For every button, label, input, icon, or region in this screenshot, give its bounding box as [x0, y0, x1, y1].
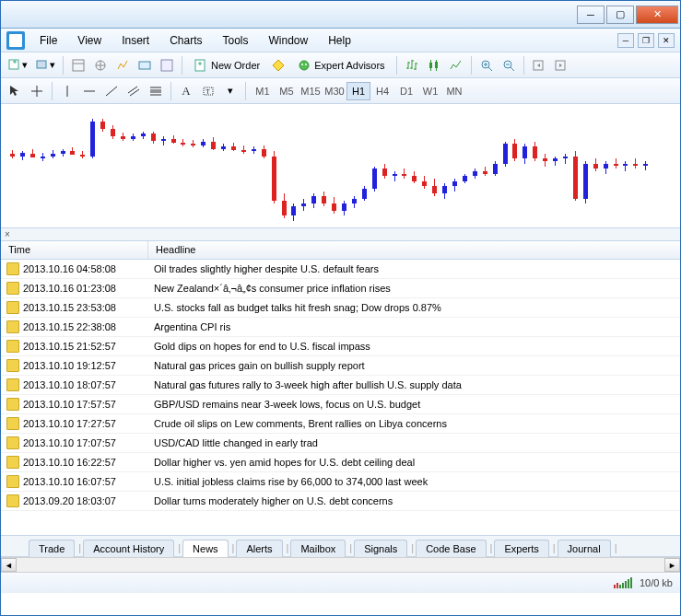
new-order-button[interactable]: New Order: [187, 55, 266, 76]
text-label-button[interactable]: T: [198, 81, 218, 101]
column-time[interactable]: Time: [1, 241, 148, 259]
statusbar: 10/0 kb: [1, 573, 680, 593]
crosshair-button[interactable]: [27, 81, 47, 101]
news-row[interactable]: 2013.10.16 04:58:08Oil trades slightly h…: [1, 260, 680, 279]
news-icon: [6, 417, 19, 430]
tab-signals[interactable]: Signals: [354, 540, 407, 557]
menu-window[interactable]: Window: [260, 32, 318, 49]
news-row[interactable]: 2013.10.15 21:52:57Gold dips on hopes fo…: [1, 337, 680, 356]
scroll-left-button[interactable]: ◄: [1, 558, 17, 572]
profiles-button[interactable]: ▾: [32, 55, 58, 76]
news-row[interactable]: 2013.10.15 23:53:08U.S. stocks fall as b…: [1, 298, 680, 318]
svg-line-29: [106, 87, 117, 96]
news-time: 2013.09.20 18:03:07: [23, 495, 148, 506]
timeframe-m5[interactable]: M5: [275, 82, 299, 100]
expert-advisors-button[interactable]: Expert Advisors: [290, 55, 391, 76]
scroll-track[interactable]: [17, 558, 664, 572]
news-row[interactable]: 2013.10.10 16:22:57Dollar higher vs. yen…: [1, 453, 680, 472]
mdi-minimize-button[interactable]: ─: [617, 33, 634, 48]
news-row[interactable]: 2013.10.10 17:27:57Crude oil slips on Le…: [1, 414, 680, 434]
menu-charts[interactable]: Charts: [160, 32, 211, 49]
timeframe-m15[interactable]: M15: [299, 82, 323, 100]
chart-area[interactable]: [1, 104, 680, 228]
navigator-button[interactable]: [90, 55, 111, 76]
bandwidth-label: 10/0 kb: [640, 577, 673, 588]
text-button[interactable]: A: [176, 81, 196, 101]
data-window-button[interactable]: [112, 55, 133, 76]
scroll-right-button[interactable]: ►: [664, 558, 680, 572]
news-row[interactable]: 2013.10.10 18:07:57Natural gas futures r…: [1, 376, 680, 395]
panel-close-button[interactable]: ×: [1, 228, 680, 241]
tab-news[interactable]: News: [182, 540, 229, 557]
horizontal-scrollbar[interactable]: ◄ ►: [1, 557, 680, 573]
cursor-button[interactable]: [5, 81, 25, 101]
timeframe-w1[interactable]: W1: [418, 82, 442, 100]
news-row[interactable]: 2013.10.10 16:07:57U.S. initial jobless …: [1, 472, 680, 492]
menu-insert[interactable]: Insert: [112, 32, 159, 49]
news-row[interactable]: 2013.10.16 01:23:08New Zealand×´â‚¬â„¢s …: [1, 279, 680, 298]
news-icon: [6, 359, 19, 372]
line-chart-button[interactable]: [446, 55, 466, 76]
bar-chart-button[interactable]: [402, 55, 422, 76]
news-row[interactable]: 2013.09.20 18:03:07Dollar turns moderate…: [1, 492, 680, 511]
terminal-button[interactable]: [135, 55, 155, 76]
news-headline: Argentina CPI ris: [148, 321, 680, 332]
timeframe-m30[interactable]: M30: [323, 82, 346, 100]
news-time: 2013.10.10 19:12:57: [23, 360, 148, 371]
mdi-close-button[interactable]: ✕: [658, 33, 675, 48]
menu-tools[interactable]: Tools: [214, 32, 258, 49]
timeframe-h1[interactable]: H1: [346, 82, 370, 100]
chart-shift-button[interactable]: [551, 55, 571, 76]
strategy-tester-button[interactable]: [157, 55, 177, 76]
news-icon: [6, 301, 19, 314]
timeframe-h4[interactable]: H4: [370, 82, 394, 100]
tab-code-base[interactable]: Code Base: [416, 540, 486, 557]
menu-help[interactable]: Help: [319, 32, 360, 49]
zoom-out-button[interactable]: [499, 55, 519, 76]
news-row[interactable]: 2013.10.10 17:57:57GBP/USD remains near …: [1, 395, 680, 414]
tab-account-history[interactable]: Account History: [83, 540, 174, 557]
tab-experts[interactable]: Experts: [494, 540, 548, 557]
news-headline: Gold dips on hopes for end to U.S. fisca…: [148, 341, 680, 352]
svg-point-10: [301, 64, 303, 65]
window-minimize-button[interactable]: ─: [577, 6, 605, 24]
tab-alerts[interactable]: Alerts: [236, 540, 282, 557]
mdi-restore-button[interactable]: ❐: [638, 33, 654, 48]
new-chart-button[interactable]: ▾: [5, 55, 30, 76]
window-maximize-button[interactable]: ▢: [606, 6, 634, 24]
tab-trade[interactable]: Trade: [29, 540, 75, 557]
news-icon: [6, 320, 19, 333]
news-row[interactable]: 2013.10.10 17:07:57USD/CAD little change…: [1, 434, 680, 453]
arrows-button[interactable]: ▾: [220, 81, 241, 101]
menu-file[interactable]: File: [30, 32, 66, 49]
tab-mailbox[interactable]: Mailbox: [290, 540, 346, 557]
horizontal-line-button[interactable]: [79, 81, 100, 101]
zoom-in-button[interactable]: [476, 55, 497, 76]
timeframe-m1[interactable]: M1: [251, 82, 275, 100]
news-headline: Oil trades slightly higher despite U.S. …: [148, 263, 680, 274]
tab-journal[interactable]: Journal: [558, 540, 611, 557]
vertical-line-button[interactable]: [57, 81, 77, 101]
column-headline[interactable]: Headline: [148, 241, 680, 259]
news-headline: Natural gas futures rally to 3-week high…: [148, 379, 680, 390]
candle-chart-button[interactable]: [424, 55, 444, 76]
news-row[interactable]: 2013.10.10 19:12:57Natural gas prices ga…: [1, 356, 680, 376]
market-watch-button[interactable]: [68, 55, 88, 76]
news-headline: USD/CAD little changed in early trad: [148, 437, 680, 448]
meta-button[interactable]: [268, 55, 288, 76]
news-row[interactable]: 2013.10.15 22:38:08Argentina CPI ris: [1, 318, 680, 337]
equidistant-channel-button[interactable]: [123, 81, 144, 101]
fibonacci-button[interactable]: [146, 81, 166, 101]
timeframe-group: M1M5M15M30H1H4D1W1MN: [251, 82, 466, 100]
close-x-label: ×: [5, 229, 10, 239]
timeframe-d1[interactable]: D1: [394, 82, 418, 100]
auto-scroll-button[interactable]: [529, 55, 549, 76]
news-time: 2013.10.10 16:22:57: [23, 457, 148, 468]
timeframe-mn[interactable]: MN: [442, 82, 466, 100]
trendline-button[interactable]: [101, 81, 122, 101]
news-panel: Time Headline 2013.10.16 04:58:08Oil tra…: [1, 241, 680, 536]
news-time: 2013.10.10 18:07:57: [23, 379, 148, 390]
window-close-button[interactable]: ✕: [636, 6, 678, 24]
news-headline: Natural gas prices gain on bullish suppl…: [148, 360, 680, 371]
menu-view[interactable]: View: [68, 32, 111, 49]
